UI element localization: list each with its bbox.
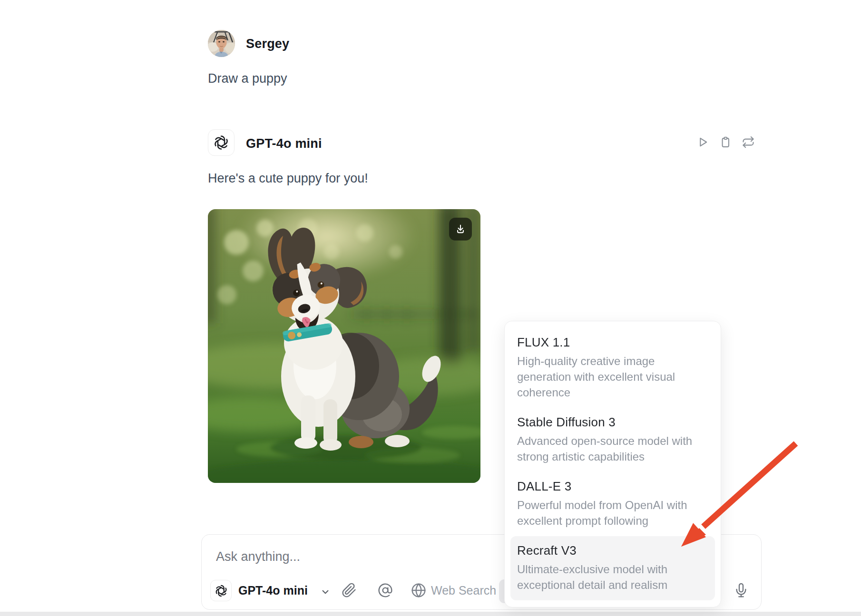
- menu-item-recraft[interactable]: Recraft V3 Ultimate-exclusive model with…: [510, 536, 715, 600]
- menu-item-description: Advanced open-source model with strong a…: [517, 433, 708, 464]
- menu-item-title: Stable Diffusion 3: [517, 414, 708, 430]
- menu-item-title: FLUX 1.1: [517, 334, 708, 350]
- user-message-text: Draw a puppy: [208, 71, 287, 86]
- globe-icon: [411, 583, 426, 598]
- image-model-menu: FLUX 1.1 High-quality creative image gen…: [504, 321, 721, 607]
- play-icon: [696, 135, 709, 149]
- menu-item-title: Recraft V3: [517, 542, 708, 558]
- menu-item-description: Ultimate-exclusive model with exceptiona…: [517, 561, 708, 593]
- web-search-label: Web Search: [431, 584, 496, 597]
- menu-item-flux[interactable]: FLUX 1.1 High-quality creative image gen…: [510, 328, 715, 408]
- user-avatar: [208, 30, 235, 57]
- download-icon: [454, 223, 467, 235]
- regenerate-button[interactable]: [741, 135, 755, 149]
- microphone-icon: [734, 583, 749, 598]
- openai-logo-icon: [215, 584, 228, 597]
- at-sign-icon: [378, 583, 393, 598]
- menu-item-description: Powerful model from OpenAI with excellen…: [517, 497, 708, 529]
- play-button[interactable]: [695, 135, 710, 149]
- puppy-image: [208, 209, 480, 483]
- menu-item-title: DALL-E 3: [517, 478, 708, 494]
- assistant-message-text: Here's a cute puppy for you!: [208, 171, 368, 186]
- user-name: Sergey: [246, 37, 289, 51]
- paperclip-icon: [342, 583, 357, 598]
- chevron-down-icon: [319, 586, 332, 598]
- voice-input-button[interactable]: [734, 583, 749, 598]
- clipboard-icon: [719, 135, 732, 149]
- web-search-toggle[interactable]: Web Search: [411, 583, 496, 598]
- generated-image[interactable]: [208, 209, 480, 483]
- assistant-avatar: [208, 129, 235, 156]
- page-bottom-strip: [0, 612, 861, 616]
- message-actions: [695, 135, 755, 149]
- menu-item-stable-diffusion[interactable]: Stable Diffusion 3 Advanced open-source …: [510, 408, 715, 472]
- regenerate-icon: [742, 135, 755, 149]
- mention-button[interactable]: [378, 583, 393, 598]
- menu-item-dalle[interactable]: DALL-E 3 Powerful model from OpenAI with…: [510, 472, 715, 536]
- download-button[interactable]: [449, 218, 472, 241]
- assistant-model-name: GPT-4o mini: [246, 136, 322, 151]
- composer-model-icon[interactable]: [210, 580, 232, 601]
- composer-model-selector[interactable]: GPT-4o mini: [238, 584, 308, 597]
- chat-page: Sergey Draw a puppy GPT-4o mini: [0, 0, 861, 616]
- user-avatar-image: [208, 30, 235, 57]
- openai-logo-icon: [213, 135, 229, 151]
- copy-button[interactable]: [718, 135, 733, 149]
- attach-button[interactable]: [342, 583, 357, 598]
- model-selector-dropdown[interactable]: [319, 586, 332, 598]
- menu-item-description: High-quality creative image generation w…: [517, 353, 708, 400]
